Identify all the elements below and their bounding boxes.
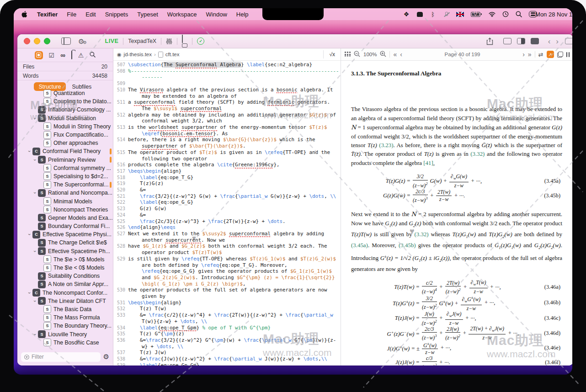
engine-selector[interactable]: TexpadTeX <box>128 38 156 44</box>
structure-item[interactable]: SCoupling to the Dilato... <box>17 97 113 106</box>
first-page-icon[interactable]: « <box>393 51 397 58</box>
minimize-button[interactable] <box>34 38 40 44</box>
structure-item[interactable]: SSuitability Conditions <box>17 272 113 280</box>
code-line[interactable]: 524 &= <box>113 212 341 218</box>
jump-to-source-icon[interactable]: ↗ <box>547 51 554 58</box>
source-editor[interactable]: 507\subsection{The Superconformal Algebr… <box>113 61 341 366</box>
breadcrumb-file[interactable]: cft.tex <box>165 52 180 57</box>
structure-item[interactable]: SFlux Compactificatio... <box>17 131 113 139</box>
code-line[interactable]: 539 \label{eq:ope_Gp_Gm} <box>113 362 341 366</box>
structure-item[interactable]: SBoundary Conformal Fi... <box>17 222 113 230</box>
menu-app-name[interactable]: Texifier <box>32 11 62 18</box>
chevron-down-icon[interactable]: › <box>27 148 32 154</box>
structure-item[interactable]: ›CConformal Field Theory <box>17 147 113 155</box>
code-line[interactable]: 533 &= \frac{c/2}{(z-w)^4} + \frac{2T(w)… <box>113 312 341 324</box>
chevron-down-icon[interactable]: › <box>32 190 38 196</box>
structure-item[interactable]: ›CEffective Spacetime Physi... <box>17 230 113 238</box>
code-line[interactable]: 531\beqs\begin{align} <box>113 300 341 306</box>
filter-input[interactable]: Filter <box>21 352 101 362</box>
share-icon[interactable] <box>486 37 493 45</box>
copy-icon[interactable] <box>557 52 563 58</box>
layout-split-icon[interactable] <box>517 38 525 44</box>
code-line[interactable]: 526\end{align}\eeqs <box>113 224 341 231</box>
code-line[interactable]: 532 T(z) T(w) <box>113 306 341 312</box>
code-line[interactable]: 529is still given by \refeq{TT-OPE} wher… <box>113 256 341 287</box>
structure-item[interactable]: SA Note on Similar Appr... <box>17 280 113 288</box>
structure-item[interactable]: ›SPreliminary Review <box>17 156 113 164</box>
pdf-link[interactable]: (3.23) <box>379 142 393 148</box>
structure-item[interactable]: SModuli in String Theory <box>17 122 113 131</box>
code-line[interactable]: 507\subsection{The Superconformal Algebr… <box>113 62 341 68</box>
menu-item-snippets[interactable]: Snippets <box>101 11 133 18</box>
wifi-icon[interactable] <box>489 11 495 18</box>
folder-tool-icon[interactable] <box>71 51 72 59</box>
chevron-down-icon[interactable]: › <box>32 298 38 304</box>
battery-charging-icon[interactable]: Ϙ <box>471 11 482 18</box>
issues-tool-icon[interactable]: ⚠ <box>78 52 84 59</box>
last-page-icon[interactable]: » <box>528 51 532 58</box>
structure-tool-icon[interactable] <box>35 51 43 59</box>
structure-item[interactable]: SOther approaches <box>17 139 113 147</box>
code-line[interactable]: 515The operator product of $T(z)$ is giv… <box>113 149 341 162</box>
lock-icon[interactable] <box>182 35 187 48</box>
menu-item-edit[interactable]: Edit <box>81 11 100 18</box>
pdf-link[interactable]: (3.45a) <box>351 242 368 249</box>
menu-item-typeset[interactable]: Typeset <box>133 11 163 18</box>
structure-item[interactable]: ›SModuli Stabilisation <box>17 114 113 122</box>
chevron-down-icon[interactable]: › <box>27 232 32 237</box>
code-line[interactable]: 510The Virasoro algebra of the previous … <box>113 87 341 99</box>
structure-item[interactable]: SMinimal Models <box>17 197 113 205</box>
code-line[interactable]: 518 \label{eq:ope_T_G} <box>113 175 341 181</box>
prev-page-icon[interactable]: ‹ <box>400 51 402 58</box>
menu-item-workspace[interactable]: Workspace <box>163 11 202 18</box>
pdf-link[interactable]: (3.32) <box>415 231 429 238</box>
code-line[interactable]: 514before, there is a right moving $\bar… <box>113 137 341 149</box>
code-line[interactable]: 513is the worldsheet superpartner of the… <box>113 124 341 137</box>
sidebar-toggle-icon[interactable] <box>61 37 71 45</box>
structure-item[interactable]: SThe Mass Formula <box>17 313 113 322</box>
code-line[interactable]: 527Next we extend it to the $\susy2$ sup… <box>113 231 341 243</box>
next-page-icon[interactable]: › <box>522 51 525 58</box>
chevron-down-icon[interactable]: › <box>32 157 38 163</box>
code-line[interactable]: 509 <box>113 80 341 87</box>
dropbox-icon[interactable]: ❖ <box>403 11 410 18</box>
structure-item[interactable]: SThe $\e > 0$ Models <box>17 255 113 264</box>
code-line[interactable]: 520 &= <box>113 187 341 193</box>
pdf-link[interactable]: (3.45b) <box>399 242 416 249</box>
pdf-link[interactable]: [41] <box>423 160 433 166</box>
chevron-down-icon[interactable]: › <box>32 116 38 121</box>
typeset-status-icon[interactable]: ✓ <box>197 37 204 45</box>
structure-item[interactable]: SGepner Models and Exa... <box>17 214 113 222</box>
sidebar-settings-gear-icon[interactable]: ⚙ <box>103 353 109 361</box>
menu-item-help[interactable]: Help <box>232 11 253 18</box>
code-line[interactable]: 534 \label{eq:ope_T_Gpm} % ope of T with… <box>113 325 341 331</box>
code-line[interactable]: 535 T(z) G^{\pm}(z) <box>113 331 341 337</box>
code-line[interactable]: 519 T(z)G(z) <box>113 180 341 187</box>
todo-tool-icon[interactable]: ☑ <box>49 52 55 59</box>
chevron-down-icon[interactable]: › <box>27 290 32 296</box>
typeset-settings-icon[interactable]: ⚙⚙ <box>78 38 87 45</box>
code-line[interactable]: 512algebra may be obtained by including … <box>113 112 341 124</box>
structure-item[interactable]: ›SEffective Spacetime Ph... <box>17 247 113 255</box>
structure-item[interactable]: ›SRational and Noncompa... <box>17 189 113 197</box>
keyboard-flag-uk-icon[interactable] <box>456 11 464 18</box>
mic-muted-icon[interactable] <box>443 11 449 18</box>
code-line[interactable]: 517\beqs\begin{align} <box>113 168 341 175</box>
close-button[interactable] <box>24 38 30 44</box>
code-line[interactable]: 530the operator products of the full set… <box>113 287 341 299</box>
code-line[interactable]: 516products complete the algebra \cite{G… <box>113 162 341 168</box>
structure-item[interactable]: SSpecialising to $d=2... <box>17 172 113 180</box>
structure-item[interactable]: SNoncompact Theories <box>17 206 113 214</box>
structure-item[interactable]: ›SThe Linear Dilaton CFT <box>17 297 113 305</box>
apple-menu-icon[interactable] <box>21 11 28 18</box>
code-line[interactable]: 538 &=\frac{J(w)}{(z-w)^2} + \frac{\part… <box>113 356 341 362</box>
structure-item[interactable]: SInflationary Cosmology ... <box>17 106 113 114</box>
structure-item[interactable]: SThe Bosonic Case <box>17 339 113 347</box>
pdf-zoom-level[interactable]: 100% <box>363 52 377 57</box>
mixer-icon[interactable] <box>166 38 172 44</box>
zoom-in-icon[interactable] <box>380 51 386 58</box>
layout-pdf-only-icon[interactable] <box>531 38 539 44</box>
window-titlebar[interactable]: ⚙⚙ LIVE TexpadTeX ✓ ‹ <box>17 34 572 48</box>
code-line[interactable]: 511a superconformal field theory (SCFT) … <box>113 99 341 111</box>
structure-item[interactable]: SThe Basic Data <box>17 305 113 313</box>
